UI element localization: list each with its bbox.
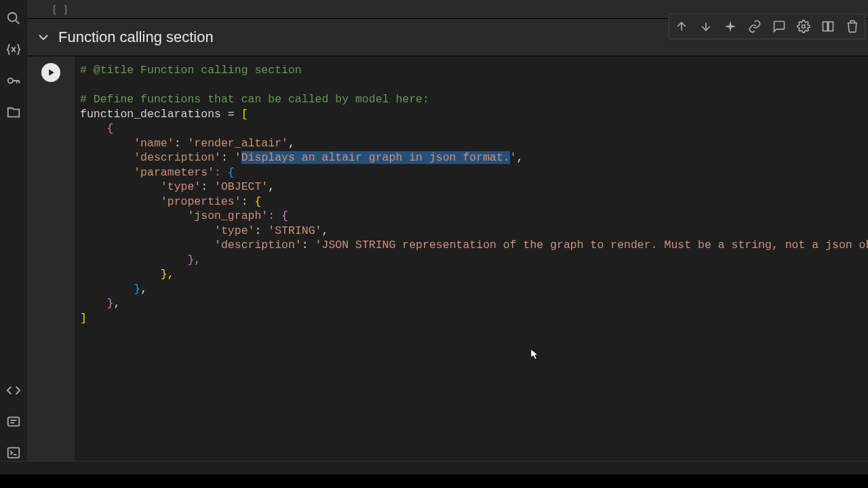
code-token: : {: [241, 195, 262, 208]
code-token: : {: [214, 166, 235, 179]
code-cell: # @title Function calling section # Defi…: [27, 56, 868, 466]
left-sidebar: [0, 0, 27, 474]
svg-rect-3: [8, 418, 20, 426]
code-token: 'OBJECT': [214, 180, 268, 193]
comment-button[interactable]: [767, 14, 791, 39]
files-icon[interactable]: [5, 104, 22, 120]
code-token: :: [254, 224, 268, 237]
code-token: function_declarations: [80, 108, 228, 121]
code-token: 'description': [134, 151, 221, 164]
svg-point-8: [802, 25, 806, 28]
svg-point-0: [8, 13, 17, 22]
terminal-icon[interactable]: [5, 445, 22, 461]
code-token: [80, 137, 134, 150]
svg-point-2: [8, 78, 13, 83]
code-token: [80, 224, 214, 237]
code-token: ,: [140, 283, 147, 296]
code-token: 'type': [161, 180, 201, 193]
cell-toolbar: [669, 14, 865, 39]
footer-bar: [0, 461, 868, 474]
code-token: [80, 151, 134, 164]
section-title: Function calling section: [58, 28, 214, 46]
code-token: 'type': [214, 224, 254, 237]
code-token: :: [174, 137, 188, 150]
svg-rect-10: [829, 22, 833, 30]
code-token: ,: [322, 224, 329, 237]
code-token: : {: [268, 209, 288, 222]
code-token: :: [201, 180, 214, 193]
code-snippet-icon[interactable]: [5, 382, 22, 399]
code-token: ,: [288, 137, 295, 150]
command-palette-icon[interactable]: [5, 413, 22, 430]
code-token: 'name': [134, 137, 174, 150]
svg-line-1: [16, 20, 20, 24]
code-token: },: [80, 268, 174, 281]
code-token: :: [221, 151, 235, 164]
search-icon[interactable]: [5, 10, 22, 26]
code-token: [80, 180, 161, 193]
code-token: =: [228, 108, 235, 121]
code-token: [80, 239, 214, 251]
delete-button[interactable]: [840, 14, 865, 39]
code-token: 'json_graph': [187, 209, 268, 222]
secrets-icon[interactable]: [5, 73, 22, 89]
code-token: {: [80, 122, 114, 135]
cell-gutter: [27, 56, 75, 466]
code-token: ': [235, 151, 241, 164]
code-token: }: [80, 297, 114, 310]
move-up-button[interactable]: [669, 14, 694, 39]
code-token: 'properties': [161, 195, 241, 208]
sparkle-button[interactable]: [718, 14, 743, 39]
link-button[interactable]: [743, 14, 767, 39]
sidebar-bottom: [0, 382, 27, 461]
move-down-button[interactable]: [694, 14, 718, 39]
code-line: # @title Function calling section: [80, 64, 302, 77]
code-line: # Define functions that can be called by…: [80, 93, 429, 106]
code-token: }: [80, 283, 140, 296]
code-token: 'render_altair': [187, 137, 288, 150]
code-token: },: [80, 253, 201, 266]
code-token: ,: [114, 297, 121, 310]
code-token: 'description': [214, 239, 302, 251]
code-token: [80, 195, 161, 208]
code-selection: Displays an altair graph in json format.: [241, 151, 510, 164]
code-token: 'parameters': [134, 166, 214, 179]
settings-button[interactable]: [791, 14, 816, 39]
code-editor[interactable]: # @title Function calling section # Defi…: [75, 56, 868, 466]
code-token: ': [510, 151, 517, 164]
run-button[interactable]: [41, 63, 60, 82]
main-area: [ ] Function calling section: [27, 0, 868, 474]
code-token: :: [302, 239, 315, 251]
variables-icon[interactable]: [5, 41, 22, 58]
code-token: ,: [517, 151, 524, 164]
mirror-button[interactable]: [816, 14, 840, 39]
code-token: [80, 166, 134, 179]
mouse-cursor-icon: [530, 348, 540, 361]
chevron-down-icon[interactable]: [35, 29, 52, 45]
code-token: 'STRING': [268, 224, 321, 237]
svg-rect-9: [823, 22, 828, 30]
code-token: 'JSON STRING representation of the graph…: [315, 239, 868, 251]
code-token: ,: [268, 180, 275, 193]
svg-rect-6: [8, 448, 20, 458]
code-token: [80, 209, 187, 222]
code-token: ]: [80, 312, 87, 325]
code-token: [: [235, 108, 248, 121]
